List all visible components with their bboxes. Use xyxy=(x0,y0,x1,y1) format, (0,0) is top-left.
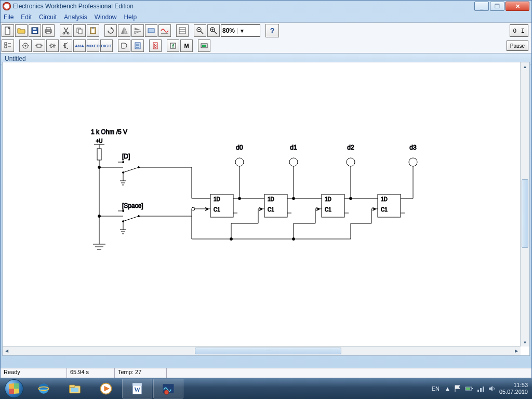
titlebar[interactable]: Electronics Workbench Professional Editi… xyxy=(1,1,531,12)
task-item-ewb[interactable] xyxy=(153,379,183,398)
controls-bin-button[interactable]: f xyxy=(167,39,179,52)
flip-horizontal-button[interactable] xyxy=(118,24,130,37)
new-button[interactable] xyxy=(2,24,14,37)
transistors-bin-button[interactable] xyxy=(60,39,72,52)
menu-file[interactable]: File xyxy=(4,14,14,21)
sources-bin-button[interactable] xyxy=(19,39,32,52)
basic-bin-button[interactable] xyxy=(33,39,45,52)
paste-button[interactable] xyxy=(87,24,99,37)
scroll-right-arrow-icon[interactable]: ▶ xyxy=(513,348,520,354)
task-item-explorer[interactable] xyxy=(60,379,90,398)
flip-vertical-button[interactable] xyxy=(131,24,144,37)
start-button[interactable] xyxy=(0,378,28,399)
tray-expand-icon[interactable]: ▲ xyxy=(445,385,450,392)
horizontal-scrollbar[interactable]: ◀ ··· ▶ xyxy=(3,346,521,355)
menubar: File Edit Circuit Analysis Window Help xyxy=(1,12,531,22)
print-button[interactable] xyxy=(42,24,55,37)
digital-ics-bin-button[interactable]: DIGIT xyxy=(100,39,113,52)
digital-bin-button[interactable] xyxy=(131,39,144,52)
scroll-down-arrow-icon[interactable]: ▼ xyxy=(522,339,528,346)
svg-point-73 xyxy=(123,162,124,163)
svg-text:C1: C1 xyxy=(325,207,331,212)
svg-rect-59 xyxy=(202,45,206,47)
svg-text:d0: d0 xyxy=(236,144,243,151)
svg-rect-164 xyxy=(466,388,470,390)
schematic-canvas[interactable]: 1 k Ohm /5 V +U xyxy=(2,62,530,356)
system-tray[interactable]: EN ▲ 11:53 05.07.2010 xyxy=(432,378,532,399)
graph-button[interactable] xyxy=(158,24,171,37)
subcircuit-button[interactable] xyxy=(145,24,157,37)
menu-help[interactable]: Help xyxy=(124,14,137,21)
mixed-ics-bin-button[interactable]: MIXED xyxy=(87,39,99,52)
zoom-level-dropdown[interactable]: 80% ▼ xyxy=(221,24,260,37)
scroll-left-arrow-icon[interactable]: ◀ xyxy=(3,348,10,354)
svg-rect-3 xyxy=(33,28,36,30)
task-item-ie[interactable] xyxy=(29,379,59,398)
diodes-bin-button[interactable] xyxy=(46,39,59,52)
svg-rect-165 xyxy=(477,390,479,392)
probe-d1[interactable] xyxy=(289,158,298,166)
cut-button[interactable] xyxy=(60,24,72,37)
taskbar-clock[interactable]: 11:53 05.07.2010 xyxy=(499,382,528,395)
probe-d2[interactable] xyxy=(347,158,355,166)
menu-analysis[interactable]: Analysis xyxy=(64,14,87,21)
simulate-power-switch[interactable]: O I xyxy=(510,24,528,37)
window-close-button[interactable]: ✕ xyxy=(506,2,529,11)
menu-circuit[interactable]: Circuit xyxy=(39,14,57,21)
help-button[interactable]: ? xyxy=(265,24,279,37)
battery-icon[interactable] xyxy=(465,384,473,393)
windows-orb-icon xyxy=(5,379,23,398)
language-indicator[interactable]: EN xyxy=(432,385,440,392)
svg-marker-43 xyxy=(51,44,54,48)
volume-icon[interactable] xyxy=(488,384,496,393)
logic-gates-bin-button[interactable] xyxy=(118,39,130,52)
svg-rect-5 xyxy=(46,28,50,30)
copy-button[interactable] xyxy=(73,24,86,37)
window-minimize-button[interactable]: _ xyxy=(474,2,489,11)
svg-marker-17 xyxy=(135,31,141,34)
misc-bin-button[interactable]: M xyxy=(180,39,193,52)
analog-ics-bin-button[interactable]: ANA xyxy=(73,39,86,52)
switch-space-label: [Space] xyxy=(122,202,143,209)
open-button[interactable] xyxy=(15,24,28,37)
rotate-button[interactable] xyxy=(104,24,117,37)
probe-d0[interactable] xyxy=(235,158,244,166)
vertical-scroll-thumb[interactable] xyxy=(522,179,528,248)
pause-button[interactable]: Pause xyxy=(507,41,528,51)
svg-rect-163 xyxy=(472,388,473,389)
horizontal-scroll-thumb[interactable]: ··· xyxy=(195,348,341,354)
component-properties-button[interactable] xyxy=(176,24,189,37)
zoom-in-button[interactable] xyxy=(207,24,220,37)
svg-text:C1: C1 xyxy=(214,207,220,212)
toolbar-area: 80% ▼ ? O I xyxy=(1,22,531,54)
menu-edit[interactable]: Edit xyxy=(21,14,32,21)
task-item-mediaplayer[interactable] xyxy=(91,379,121,398)
flag-icon[interactable] xyxy=(454,384,462,393)
status-ready: Ready xyxy=(1,368,67,378)
menu-window[interactable]: Window xyxy=(95,14,117,21)
svg-point-96 xyxy=(192,207,195,210)
window-maximize-button[interactable]: ❐ xyxy=(490,2,504,11)
status-temperature: Temp: 27 xyxy=(115,368,167,378)
scroll-up-arrow-icon[interactable]: ▲ xyxy=(522,63,528,70)
save-button[interactable] xyxy=(29,24,41,37)
zoom-out-button[interactable] xyxy=(194,24,206,37)
taskbar[interactable]: W EN ▲ 11:53 05.07.2010 xyxy=(0,378,532,399)
vertical-scrollbar[interactable]: ▲ ▼ xyxy=(520,62,529,347)
power-label: 1 k Ohm /5 V xyxy=(91,128,127,136)
probe-d3[interactable] xyxy=(409,158,417,166)
svg-marker-15 xyxy=(125,28,127,34)
instruments-bin-button[interactable] xyxy=(198,39,210,52)
chevron-down-icon: ▼ xyxy=(237,28,245,34)
svg-rect-30 xyxy=(5,43,7,45)
indicators-bin-button[interactable]: 8 xyxy=(149,39,162,52)
task-item-word[interactable]: W xyxy=(122,379,152,398)
zoom-value: 80% xyxy=(222,27,235,34)
svg-text:1D: 1D xyxy=(268,196,274,202)
switch-d-label: [D] xyxy=(122,153,130,160)
app-icon xyxy=(3,2,11,10)
network-icon[interactable] xyxy=(476,384,485,393)
favorites-bin-button[interactable] xyxy=(2,39,14,52)
svg-point-86 xyxy=(123,210,124,212)
status-sim-time: 65.94 s xyxy=(67,368,115,378)
